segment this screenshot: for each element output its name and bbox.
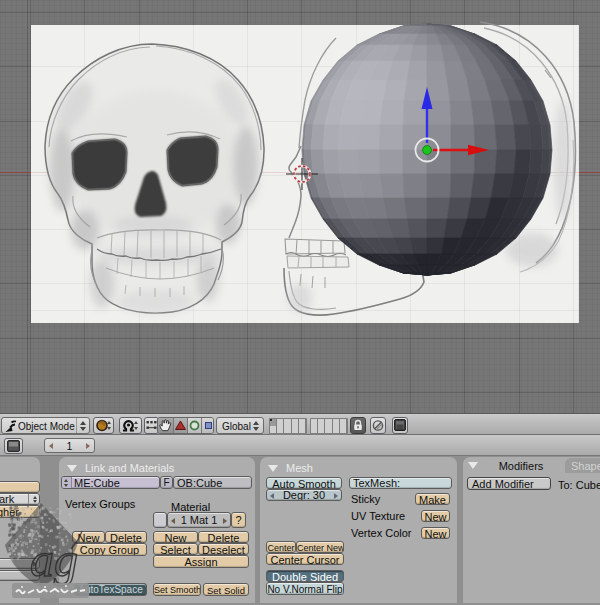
svg-text:ag: ag: [30, 533, 78, 586]
